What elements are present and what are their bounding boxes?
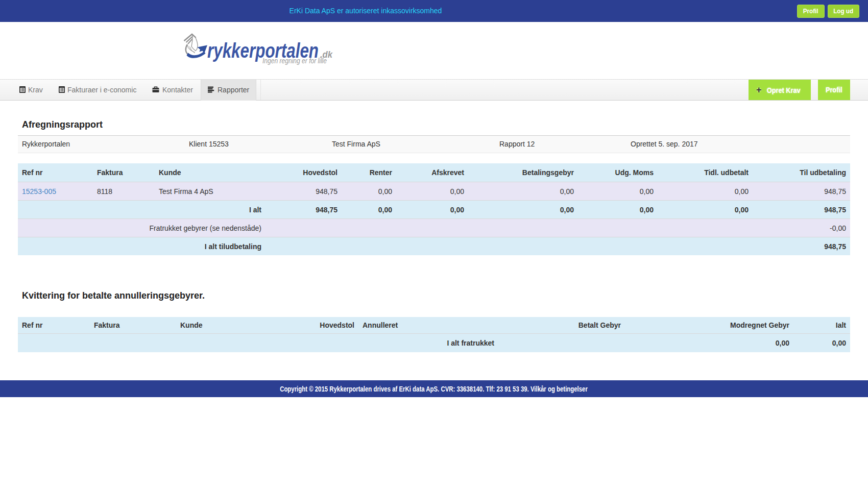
svg-text:Ingen regning er for lille: Ingen regning er for lille [262,56,327,65]
